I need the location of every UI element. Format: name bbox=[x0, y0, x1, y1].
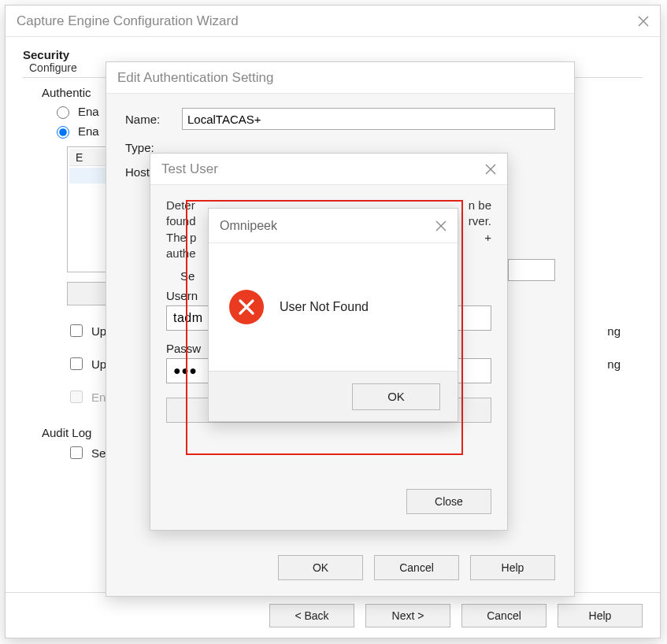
radio-input-a[interactable] bbox=[57, 106, 69, 119]
msg-body: User Not Found bbox=[209, 243, 458, 371]
next-button[interactable]: Next > bbox=[365, 604, 450, 627]
msg-close-icon[interactable] bbox=[435, 220, 447, 231]
edit-button-row: OK Cancel Help bbox=[125, 555, 555, 580]
desc-l2a: found bbox=[166, 214, 196, 228]
msg-ok-button[interactable]: OK bbox=[352, 383, 440, 410]
edit-title: Edit Authentication Setting bbox=[117, 70, 273, 86]
name-row: Name: bbox=[125, 108, 555, 130]
desc-l1a: Deter bbox=[166, 198, 195, 212]
security-heading: Security bbox=[23, 48, 69, 61]
listbox-header-text: E bbox=[76, 151, 83, 164]
help-button[interactable]: Help bbox=[558, 604, 643, 627]
desc-l1b: n be bbox=[469, 198, 491, 213]
close-icon[interactable] bbox=[638, 16, 649, 27]
check-upd1-input[interactable] bbox=[70, 324, 83, 337]
desc-l4: authe bbox=[166, 246, 196, 260]
desc-l3b: + bbox=[484, 230, 491, 246]
security-subtitle: Configure bbox=[29, 61, 77, 74]
wizard-title: Capture Engine Configuration Wizard bbox=[17, 13, 239, 29]
check-upd2-tail: ng bbox=[607, 357, 621, 371]
check-ser-input[interactable] bbox=[70, 446, 83, 459]
radio-input-b[interactable] bbox=[57, 126, 69, 139]
name-input[interactable] bbox=[182, 108, 555, 130]
test-close-button[interactable]: Close bbox=[406, 489, 491, 514]
radio-label-b: Ena bbox=[78, 124, 99, 138]
cancel-button[interactable]: Cancel bbox=[461, 604, 547, 627]
edit-ok-button[interactable]: OK bbox=[278, 555, 363, 580]
wizard-titlebar: Capture Engine Configuration Wizard bbox=[6, 6, 660, 37]
name-label: Name: bbox=[125, 113, 172, 126]
test-titlebar: Test User bbox=[150, 154, 507, 185]
check-ena-input bbox=[70, 390, 83, 403]
small-field-1[interactable] bbox=[508, 259, 555, 281]
back-button[interactable]: < Back bbox=[269, 604, 354, 627]
error-icon bbox=[229, 290, 264, 324]
msg-text: User Not Found bbox=[280, 300, 369, 314]
radio-label-a: Ena bbox=[78, 105, 99, 118]
check-upd1-tail: ng bbox=[607, 324, 621, 338]
edit-help-button[interactable]: Help bbox=[470, 555, 555, 580]
msg-title: Omnipeek bbox=[220, 219, 277, 233]
wizard-footer: < Back Next > Cancel Help bbox=[6, 592, 660, 638]
test-button-row: Close bbox=[166, 489, 491, 514]
msg-content: User Not Found OK bbox=[209, 243, 458, 421]
msg-titlebar: Omnipeek bbox=[209, 209, 458, 243]
desc-l2b: rver. bbox=[469, 213, 491, 229]
check-upd2-input[interactable] bbox=[70, 357, 83, 370]
test-title: Test User bbox=[161, 161, 218, 177]
edit-cancel-button[interactable]: Cancel bbox=[374, 555, 459, 580]
test-close-icon[interactable] bbox=[485, 164, 496, 175]
msg-footer: OK bbox=[209, 371, 458, 421]
desc-l3a: The p bbox=[166, 231, 196, 244]
edit-titlebar: Edit Authentication Setting bbox=[106, 62, 574, 94]
omnipeek-message-dialog: Omnipeek User Not Found OK bbox=[208, 208, 458, 422]
